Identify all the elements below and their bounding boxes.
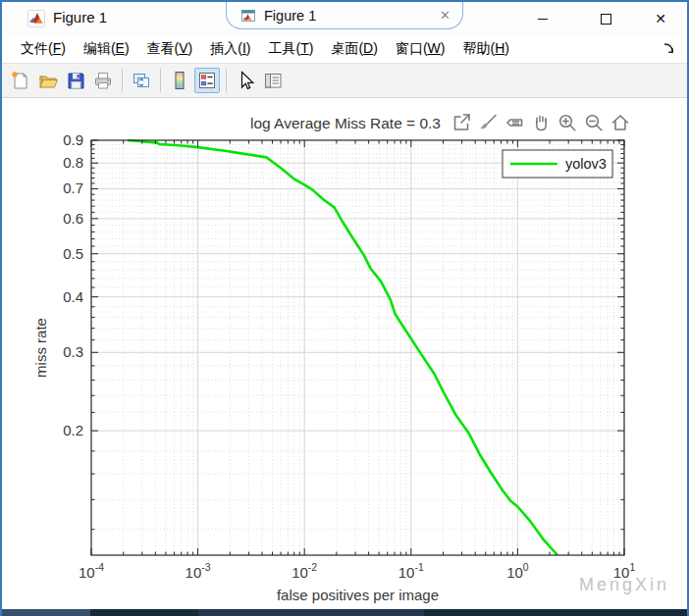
title-bar: Figure 1 Figure 1 ✕ ─ ✕: [2, 2, 687, 35]
maximize-button[interactable]: [586, 6, 625, 31]
svg-text:0.9: 0.9: [63, 131, 83, 148]
open-folder-icon: [37, 70, 59, 91]
open-file-button[interactable]: [35, 68, 61, 93]
legend-icon: [196, 70, 218, 91]
svg-text:0.4: 0.4: [63, 288, 83, 305]
y-axis-label: miss rate: [32, 318, 49, 378]
menu-insert[interactable]: 插入(I): [201, 40, 259, 58]
svg-text:0.3: 0.3: [63, 343, 83, 360]
figure-canvas: MengXin10-410-310-210-11001010.20.30.40.…: [2, 98, 687, 609]
dock-arrow-icon[interactable]: [662, 41, 677, 57]
pan-button[interactable]: [529, 111, 553, 134]
figure-tab[interactable]: Figure 1 ✕: [226, 2, 463, 29]
svg-text:10-1: 10-1: [398, 561, 424, 581]
colorbar-icon: [169, 70, 190, 91]
close-button[interactable]: ✕: [641, 6, 680, 31]
tab-close-icon[interactable]: ✕: [440, 8, 450, 23]
svg-text:100: 100: [506, 561, 529, 581]
pointer-icon: [235, 70, 256, 91]
insert-colorbar-button[interactable]: [167, 68, 192, 93]
plot-axes[interactable]: MengXin10-410-310-210-11001010.20.30.40.…: [2, 98, 687, 609]
zoom-out-icon: [583, 112, 605, 133]
menu-tools[interactable]: 工具(T): [260, 40, 323, 58]
property-inspector-icon: [262, 70, 284, 91]
figure-tab-title: Figure 1: [264, 8, 440, 24]
svg-text:0.7: 0.7: [63, 180, 83, 196]
axes-box: [91, 140, 624, 555]
legend[interactable]: yolov3: [503, 150, 612, 178]
svg-text:0.6: 0.6: [63, 210, 83, 227]
brush-button[interactable]: [476, 111, 500, 134]
link-plot-button[interactable]: [129, 68, 154, 93]
property-inspector-button[interactable]: [260, 68, 286, 93]
zoom-in-icon: [556, 112, 578, 133]
export-button[interactable]: [450, 111, 473, 134]
figure-toolbar: [2, 63, 687, 98]
menu-bar: 文件(F) 编辑(E) 查看(V) 插入(I) 工具(T) 桌面(D) 窗口(W…: [2, 35, 687, 63]
home-icon: [610, 112, 631, 133]
toolbar-separator: [226, 69, 227, 92]
toolbar-separator: [122, 69, 123, 92]
menu-file[interactable]: 文件(F): [12, 40, 75, 58]
svg-text:10-3: 10-3: [186, 561, 211, 581]
edit-plot-button[interactable]: [233, 68, 258, 93]
menu-help[interactable]: 帮助(H): [453, 40, 517, 58]
axes-toolbar: [450, 111, 632, 134]
series-yolov3-curve[interactable]: [128, 140, 557, 555]
grid-major: [91, 140, 624, 555]
svg-text:10-4: 10-4: [79, 561, 104, 581]
new-figure-button[interactable]: [8, 68, 33, 93]
axis-ticks: [91, 140, 624, 555]
toolbar-separator: [160, 69, 161, 92]
svg-text:0.5: 0.5: [63, 245, 83, 262]
save-icon: [65, 70, 86, 91]
pan-icon: [530, 112, 552, 133]
print-icon: [92, 70, 114, 91]
datatips-button[interactable]: [503, 111, 526, 134]
grid-minor: [91, 140, 624, 555]
link-plot-icon: [131, 70, 152, 91]
legend-label: yolov3: [565, 156, 607, 172]
menu-window[interactable]: 窗口(W): [387, 40, 454, 58]
new-figure-icon: [10, 70, 31, 91]
menu-edit[interactable]: 编辑(E): [75, 40, 138, 58]
plot-title: log Average Miss Rate = 0.3: [250, 115, 441, 131]
figure-window: Figure 1 Figure 1 ✕ ─ ✕ 文件(F) 编辑(E) 查看(V…: [0, 0, 689, 616]
minimize-button[interactable]: ─: [523, 6, 562, 31]
brush-icon: [477, 112, 499, 133]
window-bottom-edge: [2, 609, 687, 616]
x-axis-label: false positives per image: [277, 587, 439, 603]
window-title: Figure 1: [53, 9, 107, 26]
export-icon: [450, 112, 472, 133]
svg-text:0.8: 0.8: [63, 154, 83, 171]
print-figure-button[interactable]: [90, 68, 116, 93]
matlab-icon: [27, 10, 45, 27]
maximize-icon: [601, 14, 611, 25]
menu-desktop[interactable]: 桌面(D): [322, 40, 386, 58]
menu-view[interactable]: 查看(V): [138, 40, 202, 58]
figure-tab-icon: [240, 8, 256, 24]
save-figure-button[interactable]: [63, 68, 88, 93]
zoom-in-button[interactable]: [556, 111, 579, 134]
datatips-icon: [504, 112, 525, 133]
svg-text:0.2: 0.2: [63, 422, 83, 438]
zoom-out-button[interactable]: [582, 111, 606, 134]
svg-text:10-2: 10-2: [292, 561, 317, 581]
restore-view-button[interactable]: [609, 111, 632, 134]
insert-legend-button[interactable]: [194, 68, 220, 93]
